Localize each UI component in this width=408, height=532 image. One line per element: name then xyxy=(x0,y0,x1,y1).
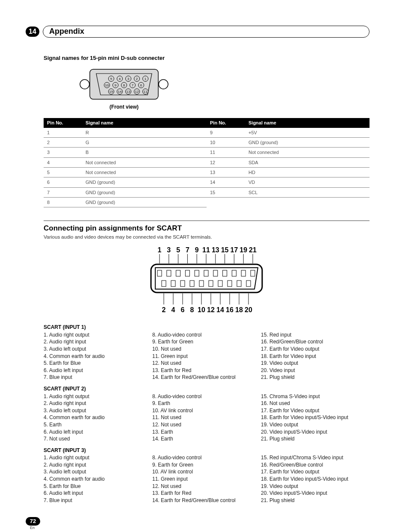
list-item: 19. Video output xyxy=(261,483,370,490)
svg-rect-55 xyxy=(151,264,262,293)
cell-pin: 2 xyxy=(47,139,86,145)
list-item: 5. Earth for Blue xyxy=(44,360,152,367)
cell-signal: B xyxy=(86,149,89,155)
list-item: 14. Earth xyxy=(152,436,261,443)
svg-text:14: 14 xyxy=(216,306,224,313)
list-item: 18. Earth for Video input xyxy=(261,353,370,360)
svg-text:13: 13 xyxy=(212,246,219,254)
chapter-title: Appendix xyxy=(49,27,84,36)
svg-text:12: 12 xyxy=(207,306,215,313)
list-item: 20. Video input/S-Video input xyxy=(261,429,370,436)
scart-column: 15. Red input16. Red/Green/Blue control1… xyxy=(261,332,370,381)
list-item: 7. Blue input xyxy=(44,374,152,381)
svg-rect-71 xyxy=(190,281,194,287)
list-item: 7. Not used xyxy=(44,436,152,443)
table-row: 3B xyxy=(44,148,207,157)
table-row: 10GND (ground) xyxy=(207,138,370,148)
svg-rect-57 xyxy=(157,270,162,276)
svg-rect-62 xyxy=(204,270,208,276)
scart-group-title: SCART (INPUT 1) xyxy=(44,324,370,331)
chapter-header: 14 Appendix xyxy=(26,26,370,38)
scart-group-title: SCART (INPUT 3) xyxy=(44,447,370,454)
list-item: 13. Earth xyxy=(152,429,261,436)
list-item: 8. Audio-video control xyxy=(152,332,261,339)
svg-text:12: 12 xyxy=(135,90,139,94)
list-item: 4. Common earth for audio xyxy=(44,414,152,421)
table-header-signal: Signal name xyxy=(248,120,276,126)
scart-group-title: SCART (INPUT 2) xyxy=(44,386,370,393)
scart-heading: Connecting pin assignments for SCART xyxy=(44,224,370,233)
scart-column: 1. Audio right output2. Audio right inpu… xyxy=(44,455,152,504)
list-item: 21. Plug shield xyxy=(261,497,370,504)
svg-text:10: 10 xyxy=(198,306,205,313)
scart-pin-columns: 1. Audio right output2. Audio right inpu… xyxy=(44,455,370,504)
cell-signal: Not connected xyxy=(86,169,116,175)
list-item: 6. Audio left input xyxy=(44,429,152,436)
svg-text:15: 15 xyxy=(109,90,113,94)
dsub-section-title: Signal names for 15-pin mini D-sub conne… xyxy=(26,55,370,62)
list-item: 9. Earth for Green xyxy=(152,339,261,346)
svg-point-2 xyxy=(159,80,168,89)
cell-pin: 8 xyxy=(47,199,86,205)
list-item: 10. AV link control xyxy=(152,469,261,476)
table-row: 7GND (ground) xyxy=(44,188,207,198)
scart-pin-columns: 1. Audio right output2. Audio right inpu… xyxy=(44,393,370,443)
table-row: 5Not connected xyxy=(44,168,207,177)
cell-signal: HD xyxy=(248,169,255,175)
list-item: 1. Audio right output xyxy=(44,332,152,339)
scart-column: 8. Audio-video control9. Earth10. AV lin… xyxy=(152,393,261,443)
list-item: 12. Not used xyxy=(152,360,261,367)
list-item: 15. Chroma S-Video input xyxy=(261,393,370,400)
scart-column: 15. Chroma S-Video input16. Not used17. … xyxy=(261,393,370,443)
svg-text:8: 8 xyxy=(123,83,125,87)
svg-rect-58 xyxy=(167,270,171,276)
scart-column: 8. Audio-video control9. Earth for Green… xyxy=(152,332,261,381)
svg-rect-61 xyxy=(195,270,199,276)
svg-text:7: 7 xyxy=(186,246,189,254)
svg-rect-67 xyxy=(251,270,255,276)
svg-text:10: 10 xyxy=(105,83,109,87)
dsub-pin-table: Pin No.Signal name 1R2G3B4Not connected5… xyxy=(44,118,370,207)
svg-text:21: 21 xyxy=(249,246,257,254)
svg-rect-70 xyxy=(180,281,185,287)
list-item: 19. Video output xyxy=(261,360,370,367)
list-item: 11. Green input xyxy=(152,353,261,360)
table-row: 9+5V xyxy=(207,128,370,138)
list-item: 20. Video input/S-Video input xyxy=(261,490,370,497)
svg-rect-59 xyxy=(176,270,180,276)
cell-pin: 14 xyxy=(210,179,248,185)
list-item: 15. Red input xyxy=(261,332,370,339)
svg-text:3: 3 xyxy=(127,77,130,81)
list-item: 17. Earth for Video output xyxy=(261,408,370,414)
list-item: 16. Not used xyxy=(261,400,370,407)
cell-signal: SDA xyxy=(248,160,258,166)
table-row: 15SCL xyxy=(207,188,370,198)
svg-text:1: 1 xyxy=(158,246,162,254)
cell-signal: GND (ground) xyxy=(86,179,115,185)
cell-signal: +5V xyxy=(248,130,257,136)
list-item: 2. Audio right input xyxy=(44,462,152,469)
list-item: 5. Earth xyxy=(44,422,152,429)
list-item: 21. Plug shield xyxy=(261,436,370,443)
scart-figure: 13579111315171921 2468101214161820 xyxy=(44,244,370,316)
svg-text:16: 16 xyxy=(226,306,234,313)
page-footer: 72 En xyxy=(26,517,370,531)
svg-text:1: 1 xyxy=(145,77,147,81)
svg-rect-74 xyxy=(218,281,222,287)
svg-point-1 xyxy=(80,80,89,89)
list-item: 13. Earth for Red xyxy=(152,367,261,374)
list-item: 18. Earth for Video input/S-Video input xyxy=(261,414,370,421)
svg-text:5: 5 xyxy=(176,246,180,254)
svg-text:9: 9 xyxy=(195,246,199,254)
scart-description: Various audio and video devices may be c… xyxy=(44,234,370,240)
svg-text:2: 2 xyxy=(162,306,166,313)
list-item: 11. Green input xyxy=(152,476,261,483)
cell-signal: GND (ground) xyxy=(86,189,115,195)
table-row: 12SDA xyxy=(207,158,370,168)
dsub-connector-icon: 1 2 3 4 5 6 7 8 9 10 11 12 13 14 15 xyxy=(77,67,171,101)
cell-pin: 10 xyxy=(210,139,248,145)
list-item: 14. Earth for Red/Green/Blue control xyxy=(152,374,261,381)
list-item: 12. Not used xyxy=(152,422,261,429)
cell-pin: 6 xyxy=(47,179,86,185)
list-item: 3. Audio left output xyxy=(44,408,152,414)
